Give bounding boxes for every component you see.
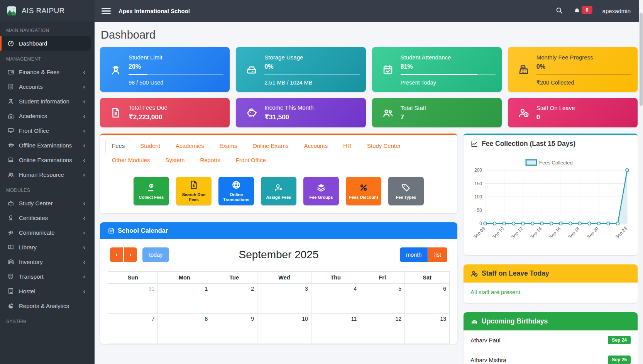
calendar-month-view-button[interactable]: month: [400, 247, 428, 262]
calendar-day-cell[interactable]: 12: [360, 314, 405, 344]
sidebar-item-student-information[interactable]: Student Information‹: [0, 94, 91, 108]
stat-card-subtitle: Present Today: [401, 80, 496, 86]
tab-study-center[interactable]: Study Center: [360, 139, 408, 153]
svg-text:0: 0: [479, 221, 482, 226]
sidebar-item-dashboard[interactable]: Dashboard: [0, 36, 91, 51]
top-navbar: Apex International School 0 apexadmin: [95, 0, 643, 22]
tab-academics[interactable]: Academics: [169, 139, 210, 153]
chevron-left-icon: ‹: [83, 259, 85, 265]
stat-card-monthly-fee-progress: Monthly Fee Progress0%₹200 Collected: [508, 47, 638, 92]
sidebar-item-inventory[interactable]: Inventory‹: [0, 254, 91, 269]
sidebar-item-communicate[interactable]: Communicate‹: [0, 225, 91, 240]
calendar-day-cell[interactable]: 5: [360, 284, 405, 314]
birthday-date-badge: Sep 24: [608, 336, 631, 344]
scrollbar-thumb[interactable]: [640, 13, 643, 106]
sidebar-item-front-office[interactable]: Front Office‹: [0, 123, 91, 138]
tab-hr[interactable]: HR: [337, 139, 358, 153]
tab-reports[interactable]: Reports: [193, 153, 227, 167]
quick-action-label: Search Due Fees: [176, 192, 212, 202]
tab-online-exams[interactable]: Online Exams: [246, 139, 295, 153]
sidebar-item-library[interactable]: Library‹: [0, 240, 91, 254]
quick-action-online-transactions[interactable]: Online Transactions: [218, 177, 254, 205]
staff-leave-title: Staff on Leave Today: [482, 269, 549, 278]
quick-action-fee-types[interactable]: Fee Types: [388, 177, 424, 205]
calendar-day-cell[interactable]: 11: [311, 314, 360, 344]
stat-card-progressbar: [264, 74, 359, 75]
value-card-total-staff: Total Staff7: [372, 98, 502, 127]
stat-card-progress-fill: [401, 74, 477, 75]
sidebar-item-transport[interactable]: Transport‹: [0, 269, 91, 284]
quick-action-assign-fees[interactable]: Assign Fees: [261, 177, 296, 205]
calendar-day-cell[interactable]: 9: [211, 314, 257, 344]
calendar-day-cell[interactable]: 4: [311, 284, 360, 314]
staff-leave-message: All staff are present.: [464, 283, 638, 303]
calendar-day-cell[interactable]: 13: [405, 314, 450, 344]
birthday-name: Atharv Paul: [470, 337, 501, 344]
sidebar-item-online-examinations[interactable]: Online Examinations‹: [0, 152, 91, 167]
svg-text:Sep 23: Sep 23: [614, 226, 628, 239]
sidebar-item-study-center[interactable]: Study Center‹: [0, 196, 91, 210]
sidebar-item-finance-fees[interactable]: Finance & Fees‹: [0, 64, 91, 79]
brand-title: AIS RAIPUR: [22, 7, 65, 15]
stat-card-title: Student Limit: [129, 54, 223, 61]
sidebar-item-hostel[interactable]: Hostel‹: [0, 284, 91, 298]
sidebar-item-accounts[interactable]: Accounts‹: [0, 79, 91, 94]
calendar-grid: SunMonTueWedThuFriSat 311234567891011121…: [108, 271, 450, 344]
chevron-left-icon: ‹: [83, 98, 85, 105]
calendar-day-cell[interactable]: 6: [405, 284, 450, 314]
vertical-scrollbar[interactable]: [639, 0, 643, 364]
birthday-cake-icon: [470, 318, 478, 325]
calendar-check-icon: [382, 64, 394, 76]
sidebar-toggle-icon[interactable]: [102, 8, 111, 14]
calendar-day-cell[interactable]: 7: [108, 314, 158, 344]
stat-card-percent: 0%: [536, 63, 631, 70]
sidebar-item-human-resource[interactable]: Human Resource‹: [0, 167, 91, 182]
calendar-list-view-button[interactable]: list: [428, 247, 447, 262]
calendar-day-cell[interactable]: 8: [158, 314, 211, 344]
quick-action-fees-discount[interactable]: Fees Discount: [346, 177, 381, 205]
notifications-button[interactable]: 0: [573, 7, 592, 15]
tab-exams[interactable]: Exams: [213, 139, 244, 153]
quick-action-label: Online Transactions: [218, 192, 254, 202]
tab-system[interactable]: System: [159, 153, 191, 167]
value-cards-row: Total Fees Due₹2,223,000Income This Mont…: [100, 98, 638, 127]
navbar-right: 0 apexadmin: [555, 7, 636, 16]
modules-tabs-card: FeesStudentAcademicsExamsOnline ExamsAcc…: [100, 134, 457, 213]
sidebar-item-offline-examinations[interactable]: Offline Examinations‹: [0, 138, 91, 152]
calendar-today-button[interactable]: today: [142, 247, 169, 262]
fee-collection-title: Fee Collection (Last 15 Days): [482, 140, 575, 148]
stat-card-subtitle: 98 / 500 Used: [129, 80, 223, 86]
tab-accounts[interactable]: Accounts: [298, 139, 335, 153]
chevron-left-icon: ‹: [83, 127, 85, 134]
hotel-icon: [7, 288, 14, 295]
quick-action-search-due-fees[interactable]: Search Due Fees: [176, 177, 212, 205]
piggy-bank-icon: [246, 107, 257, 119]
quick-action-fee-groups[interactable]: Fee Groups: [303, 177, 339, 205]
tab-fees[interactable]: Fees: [105, 139, 131, 153]
calendar-day-cell[interactable]: 2: [211, 284, 257, 314]
stat-card-storage-usage: Storage Usage0%2.51 MB / 1024 MB: [236, 47, 365, 92]
calendar-day-cell[interactable]: 3: [257, 284, 311, 314]
tab-student[interactable]: Student: [134, 139, 167, 153]
calendar-day-cell[interactable]: 10: [257, 314, 311, 344]
calendar-day-cell[interactable]: 1: [158, 284, 211, 314]
user-menu[interactable]: apexadmin: [602, 8, 631, 14]
hdd-icon: [246, 64, 257, 76]
chevron-left-icon: ‹: [83, 229, 85, 236]
tab-other-modules[interactable]: Other Modules: [105, 153, 156, 167]
tab-front-office[interactable]: Front Office: [229, 153, 272, 167]
svg-text:100: 100: [474, 194, 482, 200]
brand[interactable]: AIS RAIPUR: [0, 0, 95, 22]
stat-card-student-limit: Student Limit20%98 / 500 Used: [100, 47, 230, 92]
calendar-prev-button[interactable]: ‹: [110, 247, 123, 262]
sidebar-item-certificates[interactable]: Certificates‹: [0, 210, 91, 225]
sidebar-section-system: SYSTEM: [0, 313, 95, 327]
sidebar-item-academics[interactable]: Academics‹: [0, 108, 91, 123]
search-icon[interactable]: [555, 7, 563, 16]
sidebar-item-reports-analytics[interactable]: Reports & Analytics: [0, 298, 91, 313]
calendar-day-cell[interactable]: 31: [108, 284, 158, 314]
calendar-next-button[interactable]: ›: [124, 247, 137, 262]
svg-text:200: 200: [474, 168, 482, 173]
file-invoice-icon: [110, 107, 122, 119]
quick-action-collect-fees[interactable]: Collect Fees: [134, 177, 169, 205]
